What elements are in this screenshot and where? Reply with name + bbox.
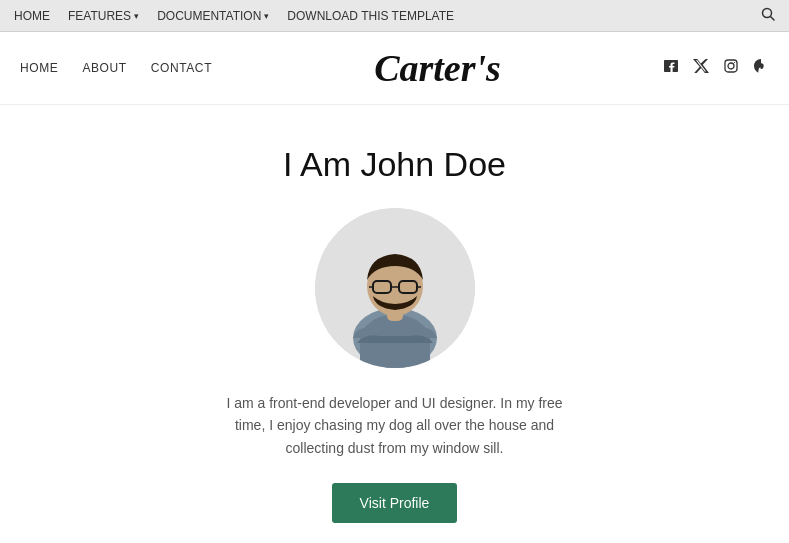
admin-nav-documentation[interactable]: DOCUMENTATION ▾: [157, 9, 269, 23]
nav-contact-link[interactable]: CONTACT: [151, 61, 212, 75]
nav-left-links: HOME ABOUT CONTACT: [20, 61, 212, 75]
social-links: [663, 58, 769, 78]
chevron-down-icon: ▾: [134, 11, 139, 21]
svg-point-3: [728, 63, 734, 69]
admin-nav-download[interactable]: DOWNLOAD THIS TEMPLATE: [287, 9, 454, 23]
visit-profile-button[interactable]: Visit Profile: [332, 483, 458, 523]
admin-bar-nav: HOME FEATURES ▾ DOCUMENTATION ▾ DOWNLOAD…: [14, 9, 454, 23]
main-navigation: HOME ABOUT CONTACT Carter's: [0, 32, 789, 105]
facebook-icon[interactable]: [663, 58, 679, 78]
twitter-x-icon[interactable]: [693, 58, 709, 78]
svg-rect-2: [725, 60, 737, 72]
hero-description: I am a front-end developer and UI design…: [215, 392, 575, 459]
avatar: [315, 208, 475, 368]
admin-nav-features[interactable]: FEATURES ▾: [68, 9, 139, 23]
admin-nav-home[interactable]: HOME: [14, 9, 50, 23]
svg-line-1: [771, 17, 775, 21]
search-icon[interactable]: [761, 7, 775, 24]
hero-section: I Am John Doe I am: [0, 105, 789, 543]
chevron-down-icon: ▾: [264, 11, 269, 21]
nav-about-link[interactable]: ABOUT: [82, 61, 126, 75]
pinterest-icon[interactable]: [753, 58, 769, 78]
nav-home-link[interactable]: HOME: [20, 61, 58, 75]
hero-title: I Am John Doe: [283, 145, 506, 184]
admin-bar: HOME FEATURES ▾ DOCUMENTATION ▾ DOWNLOAD…: [0, 0, 789, 32]
svg-point-4: [734, 62, 735, 63]
site-logo[interactable]: Carter's: [212, 46, 663, 90]
instagram-icon[interactable]: [723, 58, 739, 78]
